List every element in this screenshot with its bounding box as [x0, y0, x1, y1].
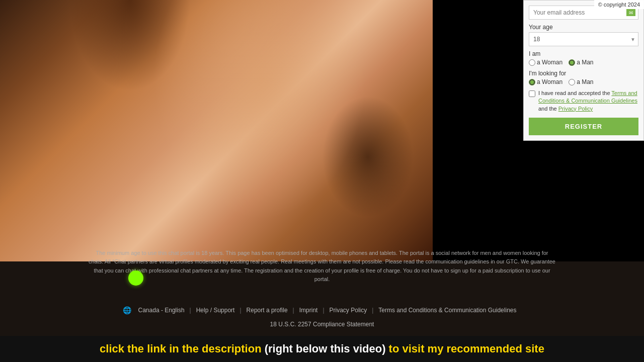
- bottom-banner: click the link in the description (right…: [0, 336, 644, 362]
- looking-for-label: I'm looking for: [529, 70, 638, 77]
- i-am-woman-label: a Woman: [537, 59, 562, 66]
- banner-part3: to visit my recommended site: [389, 342, 544, 355]
- email-icon: [626, 9, 635, 16]
- i-am-group: I am a Woman a Man: [529, 50, 638, 66]
- i-am-label: I am: [529, 50, 638, 57]
- age-group: Your age 18 19 20 25 30 35 40 45 50 55 6…: [529, 24, 638, 46]
- terms-and: and the: [538, 106, 558, 112]
- compliance-link[interactable]: 18 U.S.C. 2257 Compliance Statement: [0, 321, 644, 328]
- age-label: Your age: [529, 24, 638, 31]
- banner-text: click the link in the description (right…: [100, 342, 544, 355]
- footer-disclaimer: The minimum age to use this chat portal …: [0, 244, 644, 289]
- background-image: [0, 0, 433, 261]
- terms-text: I have read and accepted the Terms and C…: [538, 89, 638, 113]
- imprint-link[interactable]: Imprint: [294, 307, 323, 314]
- footer-links: 🌐 Canada - English | Help / Support | Re…: [0, 306, 644, 314]
- globe-icon: 🌐: [123, 306, 131, 314]
- terms-prefix: I have read and accepted the: [538, 90, 611, 96]
- looking-woman-radio[interactable]: [529, 79, 535, 85]
- register-button[interactable]: REGISTER: [529, 118, 638, 135]
- cursor-indicator: [128, 270, 143, 286]
- looking-woman-label: a Woman: [537, 78, 562, 85]
- looking-man-label: a Man: [577, 78, 593, 85]
- locale-link[interactable]: Canada - English: [133, 307, 190, 314]
- privacy-policy-link[interactable]: Privacy Policy: [558, 106, 593, 112]
- banner-part1: click the link in the description: [100, 342, 262, 355]
- age-select-wrapper: 18 19 20 25 30 35 40 45 50 55 60 65 70+ …: [529, 32, 638, 46]
- terms-link[interactable]: Terms and Conditions & Communication Gui…: [373, 307, 521, 314]
- i-am-man-option[interactable]: a Man: [569, 59, 593, 66]
- terms-checkbox[interactable]: [529, 90, 535, 97]
- help-support-link[interactable]: Help / Support: [191, 307, 240, 314]
- report-profile-link[interactable]: Report a profile: [242, 307, 293, 314]
- looking-woman-option[interactable]: a Woman: [529, 78, 562, 85]
- terms-row: I have read and accepted the Terms and C…: [529, 89, 638, 113]
- banner-part2: (right below this video): [265, 342, 389, 355]
- looking-for-radio-group: a Woman a Man: [529, 78, 638, 85]
- i-am-man-label: a Man: [577, 59, 593, 66]
- i-am-radio-group: a Woman a Man: [529, 59, 638, 66]
- looking-for-group: I'm looking for a Woman a Man: [529, 70, 638, 85]
- age-select[interactable]: 18 19 20 25 30 35 40 45 50 55 60 65 70+: [529, 32, 638, 46]
- disclaimer-text: The minimum age to use this chat portal …: [89, 250, 555, 283]
- copyright-bar: © copyright 2024: [594, 0, 644, 9]
- i-am-woman-option[interactable]: a Woman: [529, 59, 562, 66]
- copyright-text: © copyright 2024: [598, 2, 640, 8]
- registration-form: Your age 18 19 20 25 30 35 40 45 50 55 6…: [523, 0, 644, 141]
- looking-man-option[interactable]: a Man: [569, 78, 593, 85]
- i-am-woman-radio[interactable]: [529, 59, 535, 66]
- privacy-link[interactable]: Privacy Policy: [325, 307, 372, 314]
- looking-man-radio[interactable]: [569, 79, 575, 85]
- i-am-man-radio[interactable]: [569, 59, 575, 66]
